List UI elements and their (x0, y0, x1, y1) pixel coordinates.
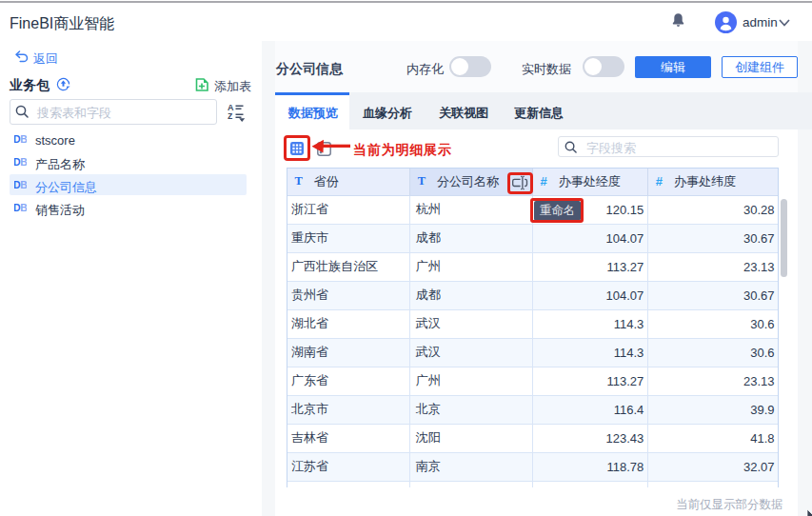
svg-text:B: B (20, 134, 27, 144)
svg-text:A: A (228, 103, 234, 112)
svg-text:Z: Z (228, 112, 232, 122)
svg-text:B: B (20, 203, 27, 212)
svg-text:B: B (20, 180, 27, 189)
svg-text:B: B (20, 157, 27, 167)
